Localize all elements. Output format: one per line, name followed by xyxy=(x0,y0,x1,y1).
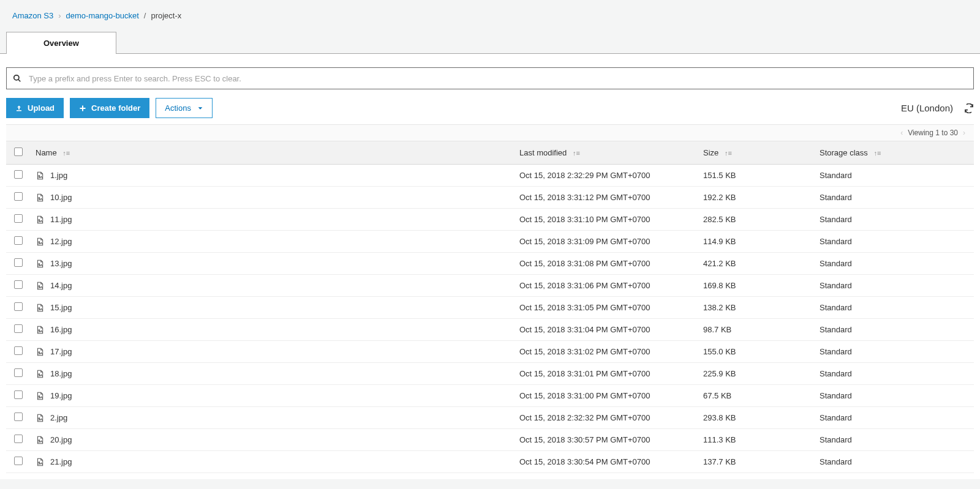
svg-point-13 xyxy=(39,351,40,353)
sort-icon: ↑≡ xyxy=(873,149,881,157)
table-row[interactable]: 16.jpgOct 15, 2018 3:31:04 PM GMT+070098… xyxy=(6,319,974,341)
table-row[interactable]: 13.jpgOct 15, 2018 3:31:08 PM GMT+070042… xyxy=(6,253,974,275)
search-input[interactable] xyxy=(29,74,967,83)
cell-name[interactable]: 13.jpg xyxy=(31,253,514,275)
row-checkbox-cell[interactable] xyxy=(6,165,31,187)
file-name-label: 19.jpg xyxy=(50,391,72,400)
row-checkbox-cell[interactable] xyxy=(6,275,31,297)
file-name-label: 16.jpg xyxy=(50,325,72,334)
checkbox-icon[interactable] xyxy=(14,368,23,377)
row-checkbox-cell[interactable] xyxy=(6,429,31,451)
cell-last-modified: Oct 15, 2018 3:31:05 PM GMT+0700 xyxy=(514,297,698,319)
cell-storage-class: Standard xyxy=(815,407,974,429)
file-name-label: 10.jpg xyxy=(50,193,72,202)
cell-size: 111.3 KB xyxy=(698,429,815,451)
page-prev-icon[interactable]: ‹ xyxy=(898,129,905,137)
breadcrumb-bucket-link[interactable]: demo-mango-bucket xyxy=(66,11,139,20)
cell-name[interactable]: 2.jpg xyxy=(31,407,514,429)
cell-storage-class: Standard xyxy=(815,319,974,341)
cell-name[interactable]: 18.jpg xyxy=(31,363,514,385)
row-checkbox-cell[interactable] xyxy=(6,231,31,253)
table-row[interactable]: 14.jpgOct 15, 2018 3:31:06 PM GMT+070016… xyxy=(6,275,974,297)
cell-size: 138.2 KB xyxy=(698,297,815,319)
checkbox-icon[interactable] xyxy=(14,412,23,421)
checkbox-icon[interactable] xyxy=(14,236,23,245)
row-checkbox-cell[interactable] xyxy=(6,363,31,385)
checkbox-icon[interactable] xyxy=(14,192,23,201)
image-file-icon xyxy=(36,370,44,378)
row-checkbox-cell[interactable] xyxy=(6,187,31,209)
checkbox-icon[interactable] xyxy=(14,170,23,179)
upload-button[interactable]: Upload xyxy=(6,98,64,118)
cell-name[interactable]: 1.jpg xyxy=(31,165,514,187)
checkbox-icon[interactable] xyxy=(14,280,23,289)
column-header-last-modified-label: Last modified xyxy=(519,148,567,157)
checkbox-icon[interactable] xyxy=(14,390,23,399)
checkbox-icon[interactable] xyxy=(14,435,23,443)
actions-dropdown[interactable]: Actions xyxy=(156,98,213,118)
cell-storage-class: Standard xyxy=(815,429,974,451)
upload-button-label: Upload xyxy=(28,103,55,113)
cell-name[interactable]: 10.jpg xyxy=(31,187,514,209)
checkbox-icon[interactable] xyxy=(14,324,23,333)
cell-last-modified: Oct 15, 2018 2:32:29 PM GMT+0700 xyxy=(514,165,698,187)
svg-rect-4 xyxy=(80,108,86,109)
tab-overview[interactable]: Overview xyxy=(6,32,116,54)
checkbox-icon[interactable] xyxy=(14,258,23,267)
row-checkbox-cell[interactable] xyxy=(6,407,31,429)
checkbox-icon[interactable] xyxy=(14,302,23,311)
row-checkbox-cell[interactable] xyxy=(6,253,31,275)
table-row[interactable]: 15.jpgOct 15, 2018 3:31:05 PM GMT+070013… xyxy=(6,297,974,319)
checkbox-icon[interactable] xyxy=(14,346,23,355)
row-checkbox-cell[interactable] xyxy=(6,297,31,319)
refresh-button[interactable] xyxy=(964,103,974,113)
chevron-down-icon xyxy=(197,105,203,111)
cell-last-modified: Oct 15, 2018 3:31:06 PM GMT+0700 xyxy=(514,275,698,297)
column-header-storage-class[interactable]: Storage class ↑≡ xyxy=(815,141,974,165)
svg-point-6 xyxy=(39,197,40,198)
column-header-name[interactable]: Name ↑≡ xyxy=(31,141,514,165)
table-row[interactable]: 11.jpgOct 15, 2018 3:31:10 PM GMT+070028… xyxy=(6,209,974,231)
page-next-icon[interactable]: › xyxy=(960,129,968,137)
row-checkbox-cell[interactable] xyxy=(6,319,31,341)
table-row[interactable]: 19.jpgOct 15, 2018 3:31:00 PM GMT+070067… xyxy=(6,385,974,407)
row-checkbox-cell[interactable] xyxy=(6,209,31,231)
cell-name[interactable]: 21.jpg xyxy=(31,451,514,473)
header-select-all[interactable] xyxy=(6,141,31,165)
table-row[interactable]: 18.jpgOct 15, 2018 3:31:01 PM GMT+070022… xyxy=(6,363,974,385)
cell-name[interactable]: 16.jpg xyxy=(31,319,514,341)
image-file-icon xyxy=(36,392,44,400)
row-checkbox-cell[interactable] xyxy=(6,385,31,407)
cell-name[interactable]: 20.jpg xyxy=(31,429,514,451)
cell-storage-class: Standard xyxy=(815,341,974,363)
cell-name[interactable]: 19.jpg xyxy=(31,385,514,407)
checkbox-icon[interactable] xyxy=(14,147,23,156)
checkbox-icon[interactable] xyxy=(14,214,23,223)
table-row[interactable]: 21.jpgOct 15, 2018 3:30:54 PM GMT+070013… xyxy=(6,451,974,473)
cell-name[interactable]: 11.jpg xyxy=(31,209,514,231)
cell-name[interactable]: 15.jpg xyxy=(31,297,514,319)
svg-point-0 xyxy=(14,75,19,80)
table-row[interactable]: 20.jpgOct 15, 2018 3:30:57 PM GMT+070011… xyxy=(6,429,974,451)
cell-name[interactable]: 12.jpg xyxy=(31,231,514,253)
table-row[interactable]: 10.jpgOct 15, 2018 3:31:12 PM GMT+070019… xyxy=(6,187,974,209)
checkbox-icon[interactable] xyxy=(14,457,23,465)
table-row[interactable]: 17.jpgOct 15, 2018 3:31:02 PM GMT+070015… xyxy=(6,341,974,363)
search-container xyxy=(6,54,974,89)
breadcrumb-root-link[interactable]: Amazon S3 xyxy=(12,11,53,20)
search-box[interactable] xyxy=(6,67,974,89)
row-checkbox-cell[interactable] xyxy=(6,341,31,363)
column-header-size[interactable]: Size ↑≡ xyxy=(698,141,815,165)
cell-size: 114.9 KB xyxy=(698,231,815,253)
image-file-icon xyxy=(36,259,44,268)
cell-name[interactable]: 14.jpg xyxy=(31,275,514,297)
cell-name[interactable]: 17.jpg xyxy=(31,341,514,363)
create-folder-button[interactable]: Create folder xyxy=(70,98,149,118)
chevron-right-icon: › xyxy=(58,11,61,20)
table-row[interactable]: 2.jpgOct 15, 2018 2:32:32 PM GMT+0700293… xyxy=(6,407,974,429)
row-checkbox-cell[interactable] xyxy=(6,451,31,473)
table-row[interactable]: 12.jpgOct 15, 2018 3:31:09 PM GMT+070011… xyxy=(6,231,974,253)
column-header-last-modified[interactable]: Last modified ↑≡ xyxy=(514,141,698,165)
image-file-icon xyxy=(36,414,44,422)
table-row[interactable]: 1.jpgOct 15, 2018 2:32:29 PM GMT+0700151… xyxy=(6,165,974,187)
